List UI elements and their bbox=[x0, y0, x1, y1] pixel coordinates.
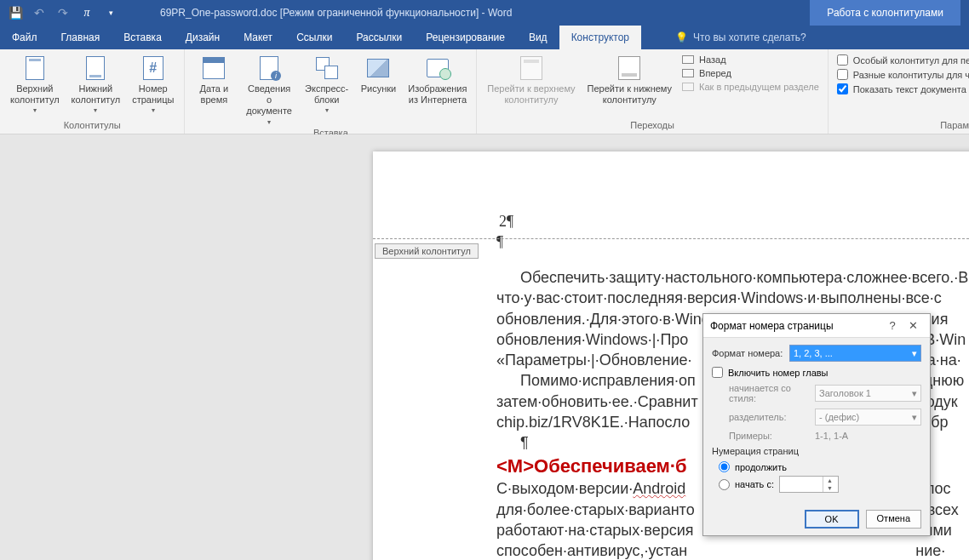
ribbon: Верхний колонтитул▾ Нижний колонтитул▾ #… bbox=[0, 49, 969, 134]
spin-up-icon[interactable]: ▲ bbox=[823, 477, 836, 484]
header-para-mark: ¶ bbox=[496, 233, 503, 251]
pictures-button[interactable]: Рисунки bbox=[354, 53, 402, 96]
tell-me-search[interactable]: 💡 Что вы хотите сделать? bbox=[675, 26, 806, 49]
header-page-number: 2¶ bbox=[499, 213, 513, 231]
calendar-icon bbox=[203, 57, 225, 79]
qat-customize-icon[interactable]: ▾ bbox=[100, 3, 121, 23]
online-pictures-icon bbox=[427, 59, 449, 77]
header-tag-label: Верхний колонтитул bbox=[375, 243, 479, 259]
chevron-down-icon: ▾ bbox=[912, 348, 917, 359]
tab-home[interactable]: Главная bbox=[49, 26, 112, 49]
pictures-icon bbox=[367, 59, 389, 77]
examples-value: 1-1, 1-A bbox=[815, 431, 848, 441]
tab-constructor[interactable]: Конструктор bbox=[559, 26, 641, 49]
quick-parts-icon bbox=[316, 57, 338, 79]
ribbon-tabs: Файл Главная Вставка Дизайн Макет Ссылки… bbox=[0, 26, 969, 49]
tab-mailings[interactable]: Рассылки bbox=[344, 26, 414, 49]
goto-header-button: Перейти к верхнему колонтитулу bbox=[482, 53, 580, 107]
page-number-icon: # bbox=[143, 56, 163, 80]
group-navigation: Перейти к верхнему колонтитулу Перейти к… bbox=[477, 49, 828, 134]
header-boundary-rule bbox=[373, 238, 969, 239]
group-options: Особый колонтитул для пе Разные колонтит… bbox=[829, 49, 969, 134]
help-button[interactable]: ? bbox=[882, 319, 903, 332]
goto-footer-icon bbox=[618, 56, 640, 80]
footer-button[interactable]: Нижний колонтитул▾ bbox=[66, 53, 126, 117]
link-to-previous-button: Как в предыдущем разделе bbox=[682, 82, 819, 92]
dialog-title: Формат номера страницы bbox=[710, 320, 882, 332]
footer-icon bbox=[86, 56, 105, 80]
undo-icon[interactable]: ↶ bbox=[29, 3, 49, 23]
group-label-headers: Колонтитулы bbox=[5, 120, 179, 132]
number-format-select[interactable]: 1, 2, 3, ...▾ bbox=[789, 345, 921, 362]
tab-design[interactable]: Дизайн bbox=[174, 26, 232, 49]
spin-down-icon[interactable]: ▼ bbox=[823, 484, 836, 492]
page-number-format-dialog: Формат номера страницы ? ✕ Формат номера… bbox=[702, 313, 931, 536]
close-icon[interactable]: ✕ bbox=[903, 319, 923, 332]
show-doc-text-checkbox[interactable]: Показать текст документа bbox=[837, 83, 969, 94]
cancel-button[interactable]: Отмена bbox=[866, 510, 921, 529]
separator-label: разделитель: bbox=[712, 412, 810, 422]
group-headers-footers: Верхний колонтитул▾ Нижний колонтитул▾ #… bbox=[0, 49, 185, 134]
nav-forward-button[interactable]: Вперед bbox=[682, 68, 819, 78]
tab-references[interactable]: Ссылки bbox=[284, 26, 344, 49]
tab-review[interactable]: Рецензирование bbox=[414, 26, 517, 49]
starts-with-style-select: Заголовок 1▾ bbox=[815, 385, 921, 402]
goto-header-icon bbox=[520, 56, 542, 80]
nav-forward-icon bbox=[682, 69, 694, 77]
diff-odd-even-checkbox[interactable]: Разные колонтитулы для ч bbox=[837, 69, 969, 80]
start-at-radio[interactable]: начать с: ▲▼ bbox=[712, 476, 921, 493]
page-number-button[interactable]: # Номер страницы▾ bbox=[127, 53, 179, 117]
group-insert: Дата и время Сведения о документе▾ Экспр… bbox=[185, 49, 477, 134]
separator-select: - (дефис)▾ bbox=[815, 409, 921, 426]
dialog-titlebar: Формат номера страницы ? ✕ bbox=[703, 314, 930, 338]
nav-back-button[interactable]: Назад bbox=[682, 54, 819, 65]
window-title: 69PR_One-password.doc [Режим ограниченно… bbox=[126, 7, 810, 19]
online-pictures-button[interactable]: Изображения из Интернета bbox=[404, 53, 471, 107]
title-bar: 💾 ↶ ↷ π ▾ 69PR_One-password.doc [Режим о… bbox=[0, 0, 969, 26]
format-label: Формат номера: bbox=[712, 348, 784, 358]
quick-parts-button[interactable]: Экспресс- блоки▾ bbox=[301, 53, 353, 117]
doc-info-button[interactable]: Сведения о документе▾ bbox=[239, 53, 299, 128]
ok-button[interactable]: OK bbox=[805, 510, 859, 529]
chevron-down-icon: ▾ bbox=[912, 388, 917, 399]
nav-back-icon bbox=[682, 55, 694, 64]
special-first-page-checkbox[interactable]: Особый колонтитул для пе bbox=[837, 54, 969, 66]
starts-with-style-label: начинается со стиля: bbox=[712, 383, 810, 403]
tab-layout[interactable]: Макет bbox=[232, 26, 284, 49]
start-at-spinner[interactable]: ▲▼ bbox=[779, 476, 839, 493]
goto-footer-button[interactable]: Перейти к нижнему колонтитулу bbox=[582, 53, 677, 107]
save-icon[interactable]: 💾 bbox=[5, 3, 26, 23]
header-button[interactable]: Верхний колонтитул▾ bbox=[5, 53, 65, 117]
header-icon bbox=[26, 56, 44, 80]
tab-file[interactable]: Файл bbox=[0, 26, 49, 49]
include-chapter-checkbox[interactable]: Включить номер главы bbox=[712, 367, 921, 378]
lightbulb-icon: 💡 bbox=[675, 31, 688, 43]
examples-label: Примеры: bbox=[712, 431, 810, 441]
equation-icon[interactable]: π bbox=[77, 3, 97, 23]
date-time-button[interactable]: Дата и время bbox=[190, 53, 238, 107]
tab-insert[interactable]: Вставка bbox=[112, 26, 174, 49]
link-prev-icon bbox=[682, 83, 694, 91]
quick-access-toolbar: 💾 ↶ ↷ π ▾ bbox=[0, 3, 126, 23]
group-label-navigation: Переходы bbox=[482, 120, 822, 132]
numbering-group-label: Нумерация страниц bbox=[712, 446, 921, 456]
chevron-down-icon: ▾ bbox=[912, 412, 917, 423]
group-label-options: Параме bbox=[834, 120, 969, 132]
tab-view[interactable]: Вид bbox=[517, 26, 559, 49]
continue-radio[interactable]: продолжить bbox=[712, 461, 921, 472]
contextual-tab-header: Работа с колонтитулами bbox=[810, 0, 960, 26]
redo-icon[interactable]: ↷ bbox=[53, 3, 73, 23]
tell-me-placeholder: Что вы хотите сделать? bbox=[693, 31, 806, 43]
doc-info-icon bbox=[260, 56, 278, 80]
